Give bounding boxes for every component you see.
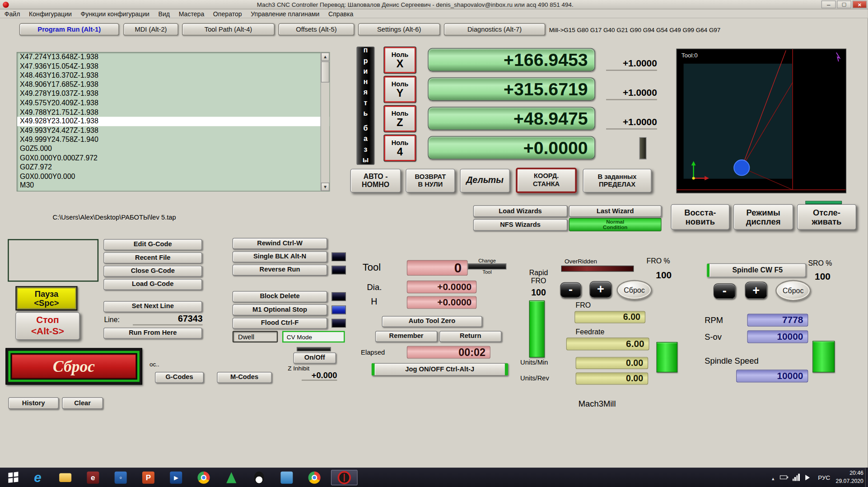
tab-diagnostics[interactable]: Diagnostics (Alt-7) — [444, 23, 545, 35]
taskbar-icon-vlc-green[interactable] — [220, 470, 243, 485]
soft-limits-button[interactable]: В заданных ПРЕДЕЛАХ — [583, 169, 652, 193]
flood-button[interactable]: Flood Ctrl-F — [233, 318, 327, 329]
menu-view[interactable]: Вид — [154, 10, 174, 17]
taskbar-icon-app-maroon[interactable]: e — [82, 470, 104, 485]
gcode-line[interactable]: G0Z7.972 — [17, 163, 329, 172]
gcode-line[interactable]: X49.575Y20.409Z-1.938 — [17, 98, 329, 108]
regenerate-button[interactable]: Восста- новить — [671, 204, 729, 229]
dia-value-display[interactable]: +0.0000 — [407, 281, 476, 293]
deltas-button[interactable]: Дельты — [460, 169, 509, 193]
display-mode-button[interactable]: Режимы дисплея — [733, 204, 793, 229]
taskbar-icon-internet-explorer[interactable]: e — [27, 470, 49, 485]
maximize-button[interactable] — [837, 0, 851, 8]
load-wizards-button[interactable]: Load Wizards — [473, 205, 567, 217]
block-delete-button[interactable]: Block Delete — [233, 291, 327, 302]
gcode-line[interactable]: G0Z5.000 — [17, 145, 329, 154]
network-icon[interactable] — [793, 474, 800, 481]
taskbar-icon-app-network[interactable]: ◦ — [110, 470, 132, 485]
h-value-display[interactable]: +0.0000 — [407, 296, 476, 309]
menu-wizards[interactable]: Мастера — [174, 10, 209, 17]
clear-button[interactable]: Clear — [62, 398, 103, 409]
accept-base-button[interactable]: принять базы — [356, 47, 374, 165]
gcode-line[interactable]: X48.906Y17.685Z-1.938 — [17, 80, 329, 89]
zero-4-button[interactable]: Ноль 4 — [384, 135, 416, 161]
z-inhibit-value[interactable]: +0.000 — [302, 370, 337, 381]
single-blk-button[interactable]: Single BLK Alt-N — [233, 251, 327, 262]
scrollbar-thumb[interactable] — [321, 61, 329, 83]
gcode-line[interactable]: X47.936Y15.054Z-1.938 — [17, 62, 329, 71]
tab-mdi[interactable]: MDI (Alt-2) — [123, 23, 178, 35]
scroll-down-icon[interactable]: ▼ — [321, 183, 329, 191]
m1-optional-stop-button[interactable]: M1 Optional Stop — [233, 304, 327, 316]
run-from-here-button[interactable]: Run From Here — [103, 328, 202, 339]
goto-zeros-button[interactable]: ВОЗВРАТ В НУЛИ — [406, 169, 455, 193]
fro-plus-button[interactable]: + — [589, 281, 611, 298]
gcode-line[interactable]: X49.993Y24.427Z-1.938 — [17, 126, 329, 135]
spindle-speed-slider[interactable] — [812, 341, 835, 373]
spindle-reset-button[interactable]: Сброс — [775, 280, 811, 301]
taskbar-icon-chrome-2[interactable] — [303, 470, 326, 485]
menu-config[interactable]: Конфигурации — [24, 10, 76, 17]
zero-x-button[interactable]: Ноль X — [384, 47, 416, 73]
gcode-line[interactable]: X49.788Y21.751Z-1.938 — [17, 108, 329, 117]
ref-all-home-button[interactable]: АВТО - НОМНО — [350, 169, 401, 193]
taskbar-icon-app-viewer[interactable] — [275, 470, 298, 485]
z-inhibit-onoff-button[interactable]: On/Off — [294, 352, 336, 364]
reverse-run-button[interactable]: Reverse Run — [233, 265, 327, 276]
taskbar-icon-mach3[interactable] — [331, 470, 358, 485]
gcode-line[interactable]: X48.463Y16.370Z-1.938 — [17, 71, 329, 80]
show-desktop-button[interactable] — [865, 468, 868, 487]
last-wizard-button[interactable]: Last Wizard — [569, 205, 662, 217]
gcode-line[interactable]: X47.274Y13.648Z-1.938 — [17, 52, 329, 61]
taskbar-icon-chrome[interactable] — [193, 470, 215, 485]
gcode-line[interactable]: M30 — [17, 181, 329, 190]
gcode-scrollbar[interactable]: ▲ ▼ — [321, 52, 330, 191]
stop-button[interactable]: Стоп <Alt-S> — [15, 312, 79, 340]
recent-file-button[interactable]: Recent File — [103, 253, 202, 264]
zero-y-button[interactable]: Ноль Y — [384, 76, 416, 103]
set-next-line-button[interactable]: Set Next Line — [103, 301, 202, 312]
gcode-line[interactable]: G0X0.000Y0.000Z7.972 — [17, 154, 329, 163]
start-button[interactable] — [0, 468, 26, 487]
taskbar-icon-file-explorer[interactable] — [54, 470, 76, 485]
clock[interactable]: 20:46 29.07.2020 — [836, 469, 863, 486]
fro-minus-button[interactable]: - — [560, 282, 581, 298]
pause-button[interactable]: Пауза <Spc> — [15, 286, 77, 310]
menu-function-cfg[interactable]: Функции конфигурации — [76, 10, 154, 17]
language-indicator[interactable]: РУС — [818, 474, 830, 481]
tab-program-run[interactable]: Program Run (Alt-1) — [19, 23, 119, 35]
change-tool-widget[interactable]: Change Tool — [467, 258, 508, 278]
spindle-minus-button[interactable]: - — [714, 283, 736, 299]
zero-z-button[interactable]: Ноль Z — [384, 106, 416, 132]
jog-follow-button[interactable]: Отсле- живать — [797, 204, 856, 229]
battery-icon[interactable] — [780, 475, 787, 479]
gcode-line[interactable]: X49.999Y24.758Z-1.940 — [17, 135, 329, 144]
remember-button[interactable]: Remember — [375, 331, 437, 342]
auto-tool-zero-button[interactable]: Auto Tool Zero — [382, 316, 482, 327]
feedrate-value-display[interactable]: 6.00 — [566, 337, 649, 350]
tray-expand-icon[interactable] — [772, 473, 775, 482]
tab-settings[interactable]: Settings (Alt-6) — [358, 23, 440, 35]
menu-help[interactable]: Справка — [324, 10, 358, 17]
tab-offsets[interactable]: Offsets (Alt-5) — [278, 23, 354, 35]
history-button[interactable]: History — [8, 398, 59, 409]
taskbar-icon-penguin[interactable] — [248, 470, 270, 485]
rewind-button[interactable]: Rewind Ctrl-W — [233, 238, 327, 249]
rapid-fro-slider[interactable] — [529, 300, 545, 357]
tab-tool-path[interactable]: Tool Path (Alt-4) — [182, 23, 275, 35]
load-gcode-button[interactable]: Load G-Code — [103, 279, 202, 290]
edit-gcode-button[interactable]: Edit G-Code — [103, 239, 202, 250]
axis4-slider[interactable] — [639, 137, 647, 159]
line-number-field[interactable]: 67343 — [133, 313, 202, 325]
gcode-list[interactable]: X47.274Y13.648Z-1.938 X47.936Y15.054Z-1.… — [17, 52, 330, 192]
gcode-line[interactable]: G0X0.000Y0.000 — [17, 172, 329, 181]
fro-value-display[interactable]: 6.00 — [574, 311, 645, 323]
gcode-line[interactable]: X49.278Y19.037Z-1.938 — [17, 89, 329, 98]
volume-icon[interactable] — [805, 474, 812, 480]
return-button[interactable]: Return — [439, 331, 501, 342]
spindle-plus-button[interactable]: + — [745, 282, 767, 299]
taskbar-icon-powerpoint[interactable]: P — [137, 470, 159, 485]
gcodes-button[interactable]: G-Codes — [155, 372, 204, 383]
jog-onoff-button[interactable]: Jog ON/OFF Ctrl-Alt-J — [371, 363, 508, 376]
fro-reset-button[interactable]: Сброс — [616, 280, 652, 300]
